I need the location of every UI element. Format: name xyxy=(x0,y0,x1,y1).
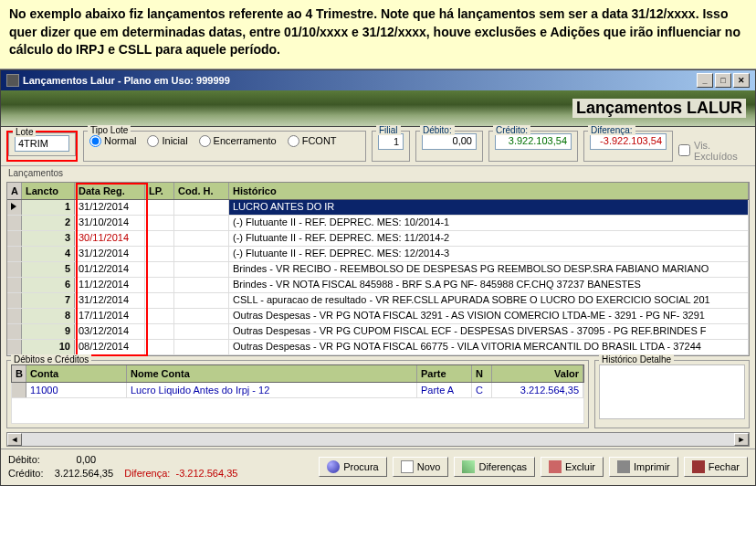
col-a[interactable]: A xyxy=(7,183,22,199)
cell-cod-h xyxy=(174,231,229,246)
cell-lancto: 4 xyxy=(22,247,75,261)
vis-excluidos-wrap[interactable]: Vis. Excluídos xyxy=(678,131,750,162)
diferencas-button[interactable]: Diferenças xyxy=(454,457,535,477)
debitos-creditos-box: Débitos e Créditos B Conta Nome Conta Pa… xyxy=(6,360,589,428)
cell-historico: Brindes - VR RECIBO - REEMBOLSO DE DESPE… xyxy=(229,262,749,277)
footer-diferenca-value: -3.212.564,35 xyxy=(176,468,238,479)
table-row[interactable]: 330/11/2014(-) Flutuante II - REF. DEPRE… xyxy=(7,231,749,247)
table-row[interactable]: 1008/12/2014Outras Despesas - VR PG NOTA… xyxy=(7,340,749,355)
row-marker xyxy=(7,309,22,323)
col-lp[interactable]: LP. xyxy=(145,183,174,199)
radio-inicial-input[interactable] xyxy=(147,135,159,147)
dc-nome: Lucro Liquido Antes do Irpj - 12 xyxy=(127,383,417,397)
table-row[interactable]: 231/10/2014(-) Flutuante II - REF. DEPRE… xyxy=(7,216,749,231)
table-row[interactable]: 431/12/2014(-) Flutuante II - REF. DEPRE… xyxy=(7,247,749,262)
historico-detalhe-text[interactable] xyxy=(599,364,745,419)
horizontal-scrollbar[interactable]: ◄ ► xyxy=(6,432,750,447)
titlebar: Lançamentos Lalur - Plano em Uso: 999999… xyxy=(1,70,755,90)
novo-button[interactable]: Novo xyxy=(393,457,449,477)
dc-col-conta[interactable]: Conta xyxy=(26,365,127,382)
cell-historico: CSLL - apuracao de resultado - VR REF.CS… xyxy=(229,293,749,308)
cell-historico: LUCRO ANTES DO IR xyxy=(229,200,749,215)
diferenca-value: -3.922.103,54 xyxy=(590,133,667,150)
cell-historico: (-) Flutuante II - REF. DEPREC. MES: 11/… xyxy=(229,231,749,246)
cell-historico: (-) Flutuante II - REF. DEPREC. MES: 12/… xyxy=(229,247,749,261)
dc-row[interactable]: 11000 Lucro Liquido Antes do Irpj - 12 P… xyxy=(11,383,584,398)
col-cod-h[interactable]: Cod. H. xyxy=(174,183,229,199)
annotation-text: No exemplo abaixo fiz lançamentos refere… xyxy=(9,5,747,59)
maximize-button[interactable]: □ xyxy=(715,73,731,88)
imprimir-button[interactable]: Imprimir xyxy=(609,457,678,477)
footer-credito-value: 3.212.564,35 xyxy=(55,468,113,479)
historico-detalhe-box: Histórico Detalhe xyxy=(594,360,750,428)
grid-body: 131/12/2014LUCRO ANTES DO IR231/10/2014(… xyxy=(7,200,749,355)
radio-fcont[interactable]: FCONT xyxy=(288,135,337,147)
table-row[interactable]: 611/12/2014Brindes - VR NOTA FISCAL 8459… xyxy=(7,278,749,293)
filial-input[interactable] xyxy=(378,133,404,150)
dc-title: Débitos e Créditos xyxy=(11,354,91,364)
vis-excluidos-checkbox[interactable] xyxy=(678,144,690,156)
cell-cod-h xyxy=(174,200,229,215)
radio-encerramento[interactable]: Encerramento xyxy=(199,135,277,147)
col-data-reg[interactable]: Data Reg. xyxy=(75,183,145,199)
dc-col-b[interactable]: B xyxy=(12,365,26,382)
radio-fcont-input[interactable] xyxy=(288,135,299,147)
radio-encerramento-input[interactable] xyxy=(199,135,211,147)
cell-cod-h xyxy=(174,247,229,261)
table-row[interactable]: 817/11/2014Outras Despesas - VR PG NOTA … xyxy=(7,309,749,324)
close-window-button[interactable]: ✕ xyxy=(733,73,750,88)
annotation-note: No exemplo abaixo fiz lançamentos refere… xyxy=(0,0,756,69)
radio-normal-input[interactable] xyxy=(89,135,101,147)
table-row[interactable]: 501/12/2014Brindes - VR RECIBO - REEMBOL… xyxy=(7,262,749,278)
table-row[interactable]: 731/12/2014CSLL - apuracao de resultado … xyxy=(7,293,749,309)
cell-historico: Outras Despesas - VR PG NOTA FISCAL 6677… xyxy=(229,340,749,354)
procura-button[interactable]: Procura xyxy=(319,457,387,477)
lote-fieldset: Lote xyxy=(8,132,76,156)
table-row[interactable]: 903/12/2014Outras Despesas - VR PG CUPOM… xyxy=(7,324,749,340)
cell-data-reg: 11/12/2014 xyxy=(75,278,145,292)
col-lancto[interactable]: Lancto xyxy=(22,183,75,199)
row-marker xyxy=(7,293,22,308)
cell-data-reg: 01/12/2014 xyxy=(75,262,145,277)
fechar-button[interactable]: Fechar xyxy=(684,457,748,477)
col-historico[interactable]: Histórico xyxy=(229,183,749,199)
cell-data-reg: 08/12/2014 xyxy=(75,340,145,354)
header-bar: Lançamentos LALUR xyxy=(1,90,755,127)
cell-data-reg: 30/11/2014 xyxy=(75,231,145,246)
scroll-right-icon[interactable]: ► xyxy=(734,433,749,446)
debito-fieldset: Débito: 0,00 xyxy=(415,131,483,162)
filial-label: Filial xyxy=(376,125,401,135)
tipo-lote-fieldset: Tipo Lote Normal Inicial Encerramento FC… xyxy=(83,131,366,162)
cell-lancto: 1 xyxy=(22,200,75,215)
lancamentos-grid[interactable]: A Lancto Data Reg. LP. Cod. H. Histórico… xyxy=(6,182,750,356)
dc-row-marker xyxy=(12,383,26,397)
cell-cod-h xyxy=(174,293,229,308)
filial-fieldset: Filial xyxy=(372,131,410,162)
minimize-button[interactable]: _ xyxy=(697,73,713,88)
excluir-button[interactable]: Excluir xyxy=(541,457,604,477)
credito-fieldset: Crédito: 3.922.103,54 xyxy=(488,131,578,162)
cell-lancto: 2 xyxy=(22,216,75,230)
cell-lp xyxy=(145,231,174,246)
dc-conta: 11000 xyxy=(26,383,127,397)
cell-lancto: 9 xyxy=(22,324,75,339)
radio-inicial[interactable]: Inicial xyxy=(147,135,187,147)
cell-cod-h xyxy=(174,262,229,277)
cell-data-reg: 31/12/2014 xyxy=(75,200,145,215)
lancamentos-label: Lançamentos xyxy=(1,166,755,180)
table-row[interactable]: 131/12/2014LUCRO ANTES DO IR xyxy=(7,200,749,216)
vis-excluidos-label: Vis. Excluídos xyxy=(694,140,750,162)
dc-col-valor[interactable]: Valor xyxy=(492,365,583,382)
dc-grid-header: B Conta Nome Conta Parte N Valor xyxy=(11,364,584,383)
row-marker xyxy=(7,200,22,215)
footer-diferenca-label: Diferença: xyxy=(124,468,170,479)
dc-col-nome[interactable]: Nome Conta xyxy=(127,365,417,382)
diff-icon xyxy=(462,460,475,473)
dc-col-n[interactable]: N xyxy=(472,365,492,382)
new-icon xyxy=(401,460,414,473)
radio-normal[interactable]: Normal xyxy=(89,135,136,147)
dc-col-parte[interactable]: Parte xyxy=(417,365,472,382)
scroll-left-icon[interactable]: ◄ xyxy=(7,433,22,446)
lote-input[interactable] xyxy=(15,135,69,152)
cell-lp xyxy=(145,247,174,261)
